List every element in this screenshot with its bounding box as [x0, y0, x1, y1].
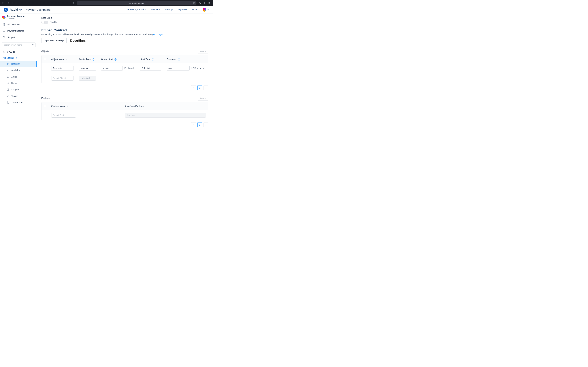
brand[interactable]: Rapid API — [4, 8, 23, 12]
docusign-link[interactable]: DocuSign — [153, 33, 163, 36]
feature-name-select[interactable]: Select Feature — [51, 113, 76, 117]
quota-type-select[interactable]: Monthly — [79, 66, 96, 71]
pager-page[interactable]: 1 — [197, 85, 202, 90]
sidebar-item-label: Testing — [11, 95, 18, 97]
sidebar-item-label: Users — [11, 82, 17, 84]
reload-button[interactable] — [193, 2, 195, 4]
chevron-down-icon — [70, 67, 72, 69]
privacy-shield-icon[interactable] — [71, 2, 74, 4]
pager-next[interactable] — [204, 122, 208, 127]
svg-rect-7 — [209, 3, 210, 4]
info-icon[interactable]: i — [114, 58, 117, 60]
object-name-select[interactable]: Requests — [51, 66, 74, 71]
sidebar-item-label: Transactions — [11, 101, 24, 104]
sidebar-item-label: Analytics — [11, 69, 20, 72]
account-title: Personal Account — [7, 15, 25, 17]
col-quota-limit: Quota Limit — [101, 58, 113, 60]
main-content: Rate Limit: Disabled Embed Contract Embe… — [37, 13, 213, 139]
features-table: Feature Name Plan Specific Note — [41, 102, 208, 120]
select-value: Unlimited — [81, 77, 90, 79]
credit-card-icon — [3, 30, 6, 32]
pager-prev[interactable] — [191, 85, 196, 90]
nav-my-apps[interactable]: My Apps — [164, 6, 174, 13]
sidebar-api-group[interactable]: Fake Users — [0, 55, 37, 61]
address-bar[interactable]: rapidapi.com — [77, 1, 197, 5]
checkbox-all[interactable] — [44, 105, 46, 107]
objects-delete-button[interactable]: Delete — [198, 49, 208, 54]
search-button[interactable] — [31, 42, 35, 47]
info-icon[interactable]: i — [152, 58, 154, 60]
sidebar-item-label: Support — [11, 88, 19, 91]
tabs-button[interactable] — [208, 1, 211, 5]
object-name-select[interactable]: Select Object — [51, 76, 74, 81]
user-menu[interactable] — [203, 8, 209, 12]
plan-note-input[interactable] — [125, 113, 206, 117]
svg-rect-13 — [3, 30, 5, 32]
subnav-definition[interactable]: Definition — [0, 61, 37, 67]
subnav-users[interactable]: Users — [0, 80, 37, 86]
toggle-state: Disabled — [50, 21, 58, 24]
login-docusign-button[interactable]: Login With DocuSign — [41, 38, 67, 43]
limit-type-select[interactable]: Soft Limit — [140, 66, 161, 71]
lock-icon — [129, 2, 131, 4]
overage-input[interactable] — [167, 66, 190, 71]
svg-point-29 — [9, 103, 9, 104]
search-input[interactable] — [2, 42, 31, 47]
chevron-down-icon — [33, 16, 35, 19]
check-circle-icon — [3, 50, 5, 53]
info-icon[interactable]: i — [178, 58, 180, 60]
file-icon — [7, 63, 9, 65]
sidebar-item-label: My APIs — [7, 51, 15, 53]
objects-pager: 1 — [41, 85, 208, 90]
nav-api-hub[interactable]: API Hub — [151, 6, 160, 13]
account-switcher[interactable]: Personal Account Catalin Pit — [0, 13, 37, 21]
compass-icon — [7, 88, 9, 91]
nav-docs[interactable]: Docs — [192, 6, 198, 13]
quota-limit-input[interactable] — [101, 66, 123, 71]
col-feature-name: Feature Name — [51, 105, 66, 108]
subnav-analytics[interactable]: Analytics — [0, 67, 37, 74]
sidebar-payment-settings[interactable]: Payment Settings — [0, 28, 37, 34]
subnav-support[interactable]: Support — [0, 86, 37, 93]
sidebar-item-label: Definition — [11, 63, 20, 65]
pager-prev[interactable] — [191, 122, 196, 127]
features-delete-button[interactable]: Delete — [198, 96, 208, 101]
docusign-mark: . — [85, 39, 86, 42]
compass-icon — [3, 36, 6, 39]
toggle-knob — [42, 21, 44, 24]
chevron-down-icon — [92, 67, 94, 69]
checkbox[interactable] — [44, 67, 46, 69]
forward-button — [11, 1, 15, 5]
sidebar-support-top[interactable]: Support — [0, 34, 37, 41]
new-tab-button[interactable] — [203, 1, 206, 5]
nav-my-apis[interactable]: My APIs — [178, 6, 188, 13]
features-title: Features — [41, 97, 50, 100]
col-quota-type: Quota Type — [79, 58, 91, 60]
sort-icon[interactable] — [66, 58, 67, 60]
checkbox-all[interactable] — [44, 58, 46, 60]
rate-limit-toggle[interactable]: Disabled — [41, 21, 208, 24]
back-button[interactable] — [6, 1, 10, 5]
clock-icon — [7, 75, 9, 78]
app-header: Rapid API Provider Dashboard Create Orga… — [0, 6, 213, 13]
select-placeholder: Select Object — [53, 77, 66, 79]
info-icon[interactable]: i — [92, 58, 94, 60]
beaker-icon — [7, 95, 9, 97]
pager-page[interactable]: 1 — [197, 122, 202, 127]
nav-create-organization[interactable]: Create Organization — [125, 6, 147, 13]
select-value: Monthly — [81, 67, 88, 69]
checkbox[interactable] — [44, 114, 46, 116]
sort-icon[interactable] — [67, 106, 68, 107]
svg-rect-20 — [16, 58, 17, 58]
checkbox[interactable] — [44, 77, 46, 79]
subnav-transactions[interactable]: Transactions — [0, 99, 37, 106]
subnav-testing[interactable]: Testing — [0, 93, 37, 99]
quota-unit: Per Month — [124, 67, 134, 69]
subnav-alerts[interactable]: Alerts — [0, 74, 37, 80]
features-section: Features Delete Feature Name — [41, 96, 208, 127]
share-button[interactable] — [198, 1, 201, 5]
sidebar-add-new-api[interactable]: Add New API — [0, 21, 37, 28]
lock-icon — [16, 57, 17, 59]
pager-next[interactable] — [204, 85, 208, 90]
sidebar-toggle-icon[interactable] — [1, 1, 5, 5]
